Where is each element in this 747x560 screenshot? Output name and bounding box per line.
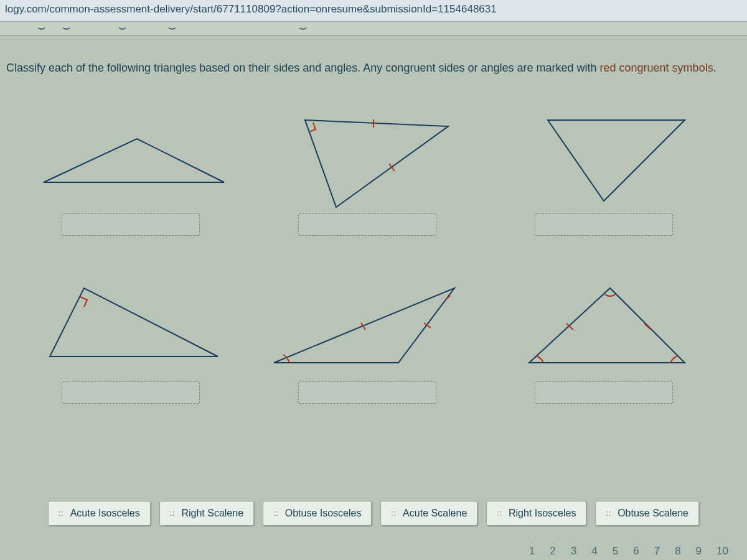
dropzone-6[interactable] [535,381,673,404]
triangle-drawing-1 [31,101,230,213]
dropzone-2[interactable] [298,213,436,236]
dropzone-5[interactable] [298,381,436,404]
tab-glyph: ⌣ [62,21,70,35]
pager-10[interactable]: 10 [716,545,728,558]
pager-4[interactable]: 4 [591,545,597,558]
tab-glyph: ⌣ [168,21,176,35]
answer-chip-tray: :: Acute Isosceles :: Right Scalene :: O… [0,501,747,526]
triangle-drawing-2 [268,101,467,213]
drag-grip-icon: :: [497,509,502,518]
triangle-drawing-3 [504,101,703,213]
triangle-drawing-6 [504,269,703,381]
drag-grip-icon: :: [170,509,176,518]
triangle-grid [0,101,735,406]
tab-glyph: ⌣ [37,21,45,35]
svg-marker-5 [50,288,218,357]
pager-3[interactable]: 3 [571,545,576,558]
pager-5[interactable]: 5 [613,545,618,558]
drag-grip-icon: :: [391,509,397,518]
chip-label: Acute Isosceles [70,508,140,519]
triangle-cell-6 [492,269,716,406]
question-pager: 1 2 3 4 5 6 7 8 9 10 [529,545,728,558]
svg-marker-4 [548,120,685,201]
chip-obtuse-scalene[interactable]: :: Obtuse Scalene [595,501,699,526]
url-text: logy.com/common-assessment-delivery/star… [5,3,497,15]
question-suffix: . [713,62,716,74]
dropzone-4[interactable] [62,381,200,404]
pager-9[interactable]: 9 [696,545,702,558]
chip-obtuse-isosceles[interactable]: :: Obtuse Isosceles [263,501,372,526]
url-bar[interactable]: logy.com/common-assessment-delivery/star… [0,0,747,22]
question-highlight: red congruent symbols [600,62,713,74]
tab-glyph: ⌣ [299,21,307,35]
chip-right-scalene[interactable]: :: Right Scalene [159,501,254,526]
triangle-drawing-4 [31,269,230,381]
drag-grip-icon: :: [606,509,611,518]
chip-right-isosceles[interactable]: :: Right Isosceles [486,501,586,526]
triangle-cell-2 [255,101,479,257]
triangle-cell-5 [255,269,479,406]
svg-marker-0 [44,139,224,182]
question-prefix: Classify each of the following triangles… [6,62,600,74]
pager-2[interactable]: 2 [550,545,555,558]
svg-marker-9 [529,288,685,363]
svg-line-11 [644,324,651,330]
chip-label: Right Isosceles [509,508,576,519]
pager-7[interactable]: 7 [654,545,660,558]
svg-line-3 [389,164,395,171]
chip-label: Obtuse Scalene [618,508,688,519]
dropzone-1[interactable] [62,213,200,236]
triangle-cell-1 [19,101,243,257]
drag-grip-icon: :: [59,509,64,518]
drag-grip-icon: :: [273,509,279,518]
triangle-cell-3 [492,101,716,257]
svg-marker-1 [305,120,448,207]
pager-1[interactable]: 1 [529,545,535,558]
question-text: Classify each of the following triangles… [6,60,728,77]
chip-label: Obtuse Isosceles [285,508,362,519]
chip-label: Right Scalene [181,508,243,519]
pager-6[interactable]: 6 [633,545,639,558]
chip-acute-isosceles[interactable]: :: Acute Isosceles [48,501,151,526]
dropzone-3[interactable] [535,213,673,236]
tab-strip: ⌣ ⌣ ⌣ ⌣ ⌣ [0,22,747,36]
triangle-drawing-5 [268,269,467,381]
chip-acute-scalene[interactable]: :: Acute Scalene [380,501,477,526]
triangle-cell-4 [19,269,243,406]
chip-label: Acute Scalene [403,508,467,519]
tab-glyph: ⌣ [118,21,126,35]
pager-8[interactable]: 8 [675,545,680,558]
